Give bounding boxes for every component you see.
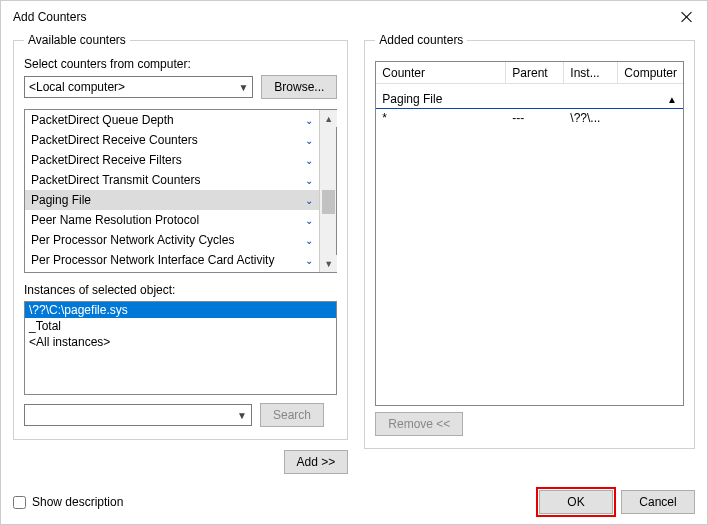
counter-name: PacketDirect Transmit Counters [31,173,200,187]
counter-item[interactable]: PacketDirect Receive Filters⌄ [25,150,319,170]
dialog-title: Add Counters [13,10,86,24]
instance-item[interactable]: \??\C:\pagefile.sys [25,302,336,318]
show-description-input[interactable] [13,496,26,509]
added-counters-group: Added counters Counter Parent Inst... Co… [364,33,695,449]
col-computer[interactable]: Computer [618,62,683,83]
counter-item[interactable]: PacketDirect Receive Counters⌄ [25,130,319,150]
show-description-checkbox[interactable]: Show description [13,495,123,509]
instance-item[interactable]: <All instances> [25,334,336,350]
search-combo[interactable]: ▼ [24,404,252,426]
chevron-down-icon: ⌄ [305,255,313,266]
counter-item[interactable]: Peer Name Resolution Protocol⌄ [25,210,319,230]
chevron-down-icon: ⌄ [305,215,313,226]
col-parent[interactable]: Parent [506,62,564,83]
chevron-down-icon: ⌄ [305,115,313,126]
counter-name: Peer Name Resolution Protocol [31,213,199,227]
close-icon[interactable] [679,9,695,25]
chevron-down-icon: ▼ [237,410,247,421]
counter-name: Per Processor Network Interface Card Act… [31,253,274,267]
chevron-down-icon: ⌄ [305,175,313,186]
search-button[interactable]: Search [260,403,324,427]
col-inst[interactable]: Inst... [564,62,618,83]
counter-item[interactable]: Per Processor Network Interface Card Act… [25,250,319,270]
cell-parent: --- [512,111,570,125]
counter-item[interactable]: Per Processor Network Activity Cycles⌄ [25,230,319,250]
instances-list[interactable]: \??\C:\pagefile.sys_Total<All instances> [24,301,337,395]
instance-item[interactable]: _Total [25,318,336,334]
chevron-down-icon: ⌄ [305,155,313,166]
cell-computer [624,111,677,125]
col-counter[interactable]: Counter [376,62,506,83]
counter-name: Per Processor Network Activity Cycles [31,233,234,247]
select-computer-label: Select counters from computer: [24,57,337,71]
add-button[interactable]: Add >> [284,450,349,474]
computer-combo-value: <Local computer> [29,80,125,94]
cancel-button[interactable]: Cancel [621,490,695,514]
scroll-down-icon[interactable]: ▼ [320,255,337,272]
chevron-down-icon: ⌄ [305,135,313,146]
available-counters-group: Available counters Select counters from … [13,33,348,440]
counter-item[interactable]: PacketDirect Queue Depth⌄ [25,110,319,130]
counter-name: Paging File [31,193,91,207]
instances-label: Instances of selected object: [24,283,337,297]
available-legend: Available counters [24,33,130,47]
chevron-up-icon: ▲ [667,94,677,105]
cell-inst: \??\... [570,111,624,125]
cell-counter: * [382,111,512,125]
counter-name: PacketDirect Queue Depth [31,113,174,127]
added-legend: Added counters [375,33,467,47]
browse-button[interactable]: Browse... [261,75,337,99]
counters-list[interactable]: PacketDirect Queue Depth⌄PacketDirect Re… [24,109,337,273]
added-data-row[interactable]: * --- \??\... [376,109,683,127]
computer-combo[interactable]: <Local computer> ▼ [24,76,253,98]
chevron-down-icon: ▼ [238,82,248,93]
counter-name: PacketDirect Receive Counters [31,133,198,147]
chevron-down-icon: ⌄ [305,195,313,206]
chevron-down-icon: ⌄ [305,235,313,246]
counter-item[interactable]: Paging File⌄ [25,190,319,210]
counter-name: PacketDirect Receive Filters [31,153,182,167]
scrollbar[interactable]: ▲ ▼ [319,110,336,272]
scroll-up-icon[interactable]: ▲ [320,110,337,127]
ok-button[interactable]: OK [539,490,613,514]
added-list[interactable]: Counter Parent Inst... Computer Paging F… [375,61,684,406]
added-group-name: Paging File [382,92,667,106]
counter-item[interactable]: PacketDirect Transmit Counters⌄ [25,170,319,190]
added-group-row[interactable]: Paging File ▲ [376,90,683,109]
remove-button[interactable]: Remove << [375,412,463,436]
scroll-thumb[interactable] [322,190,335,214]
show-description-label: Show description [32,495,123,509]
